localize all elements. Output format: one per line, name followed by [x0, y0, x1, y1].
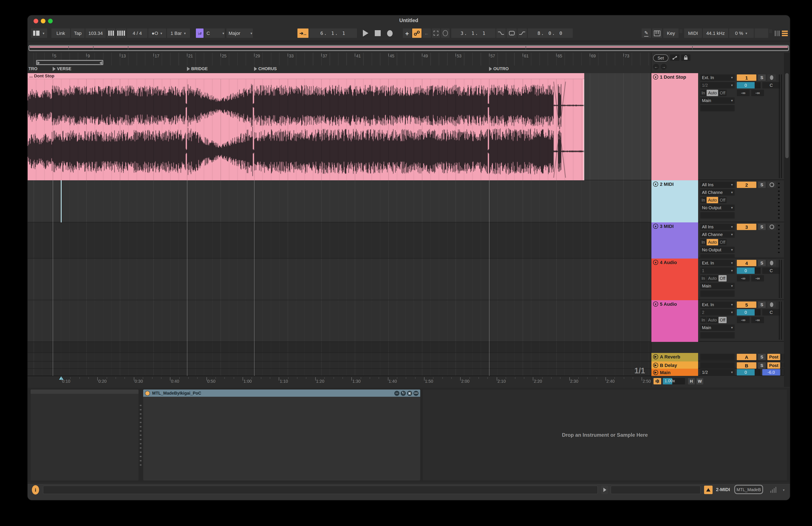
- solo-button[interactable]: S: [758, 362, 766, 369]
- panel-separator[interactable]: [140, 405, 142, 469]
- device-panel[interactable]: MTL_MadeByIkigai_PoC ⎓ ↻ ▣ •••: [143, 389, 420, 481]
- track-header-2[interactable]: ▼2 MIDIAll Ins▼All Channe▼InAutoOffNo Ou…: [651, 180, 784, 223]
- send-b-field[interactable]: -∞: [751, 317, 764, 323]
- tap-tempo-button[interactable]: Tap: [71, 28, 85, 38]
- cpu-meter[interactable]: 0 %▼: [729, 28, 754, 38]
- arm-button[interactable]: [767, 182, 776, 188]
- track-name[interactable]: ▼5 Audio: [651, 300, 698, 342]
- locator-row[interactable]: TROVERSEBRIDGECHORUSOUTRO: [28, 66, 651, 74]
- lock-envelopes-button[interactable]: [681, 54, 691, 61]
- arm-button[interactable]: [767, 260, 776, 266]
- input-type-menu[interactable]: Ext. In▼: [700, 260, 735, 266]
- input-type-menu[interactable]: Ext. In▼: [700, 74, 735, 81]
- zoom-width-button[interactable]: W: [696, 378, 703, 384]
- main-gain-field[interactable]: -6.0: [762, 369, 780, 375]
- next-locator-button[interactable]: →: [661, 64, 667, 70]
- status-play-button[interactable]: [601, 486, 608, 494]
- info-view-toggle[interactable]: i: [32, 485, 39, 495]
- track-name[interactable]: ▶B Delay: [651, 361, 698, 369]
- monitor-in[interactable]: In: [700, 197, 707, 203]
- zoom-height-button[interactable]: H: [688, 378, 695, 384]
- post-toggle[interactable]: Post: [767, 362, 780, 369]
- monitor-auto[interactable]: Auto: [707, 275, 718, 282]
- locator-tro[interactable]: TRO: [28, 66, 38, 71]
- track-fold-button[interactable]: ▼: [653, 182, 658, 187]
- metronome-toggle[interactable]: ●O▼: [148, 28, 166, 38]
- clip-title[interactable]: ... Dont Stop: [28, 73, 584, 79]
- track-name[interactable]: ▼4 Audio: [651, 258, 698, 300]
- track-fold-button[interactable]: ▼: [653, 260, 658, 265]
- monitor-auto[interactable]: Auto: [707, 239, 718, 245]
- input-type-menu[interactable]: All Ins▼: [700, 224, 735, 230]
- pan-field[interactable]: C: [762, 309, 780, 315]
- set-locator-button[interactable]: Set: [653, 54, 668, 62]
- track-number[interactable]: 3: [737, 224, 756, 230]
- track-lane-3[interactable]: [28, 223, 651, 258]
- main-volume-field[interactable]: 0: [737, 369, 760, 375]
- audio-clip[interactable]: ... Dont Stop: [28, 73, 584, 180]
- return-delay-field[interactable]: [700, 354, 735, 360]
- solo-button[interactable]: S: [758, 354, 766, 360]
- record-button[interactable]: [385, 28, 395, 38]
- return-lane[interactable]: [28, 361, 651, 369]
- return-header-A[interactable]: ▶A ReverbASPost: [651, 353, 784, 361]
- track-fold-button[interactable]: ▼: [653, 224, 658, 229]
- time-ruler[interactable]: 0:100:200:300:400:501:001:101:201:301:40…: [28, 376, 651, 387]
- arrangement-area[interactable]: 5913172125293337414549535761656973 TROVE…: [28, 53, 651, 387]
- solo-button[interactable]: S: [758, 301, 766, 308]
- monitor-auto[interactable]: Auto: [707, 197, 718, 203]
- locator-bridge[interactable]: BRIDGE: [187, 66, 208, 71]
- track-header-4[interactable]: ▼4 AudioExt. In▼1▼InAutoOffMain▼4S0C-∞-∞: [651, 258, 784, 300]
- midi-map-button[interactable]: MIDI: [684, 28, 702, 38]
- track-number[interactable]: 5: [737, 301, 756, 308]
- send-a-field[interactable]: -∞: [737, 317, 750, 323]
- nudge-down-button[interactable]: [107, 28, 115, 38]
- return-lane[interactable]: [28, 369, 651, 376]
- monitor-off[interactable]: Off: [719, 275, 727, 282]
- send-b-field[interactable]: -∞: [751, 275, 764, 282]
- input-channel-menu[interactable]: All Channe▼: [700, 231, 735, 238]
- time-signature-field[interactable]: 4 / 4: [127, 28, 147, 38]
- locator-chorus[interactable]: CHORUS: [254, 66, 277, 71]
- solo-button[interactable]: S: [758, 260, 766, 266]
- arm-button[interactable]: [767, 301, 776, 308]
- locator-outro[interactable]: OUTRO: [489, 66, 509, 71]
- monitor-switch[interactable]: InAutoOff: [700, 317, 727, 323]
- device-plug-icon[interactable]: ⎓: [394, 390, 400, 396]
- playback-rate-field[interactable]: 1.00x: [663, 378, 685, 384]
- monitor-switch[interactable]: InAutoOff: [700, 90, 727, 96]
- track-lane-2[interactable]: [28, 180, 651, 223]
- monitor-in[interactable]: In: [700, 239, 707, 245]
- monitor-in[interactable]: In: [700, 275, 707, 282]
- output-type-menu[interactable]: No Output▼: [700, 204, 735, 211]
- track-fold-button[interactable]: ▼: [653, 74, 658, 80]
- track-delay-field[interactable]: [700, 332, 735, 339]
- track-lane-4[interactable]: [28, 258, 651, 300]
- track-number[interactable]: 4: [737, 260, 756, 266]
- monitor-off[interactable]: Off: [719, 197, 727, 203]
- input-channel-menu[interactable]: All Channe▼: [700, 189, 735, 196]
- arm-button[interactable]: [767, 74, 776, 81]
- pan-field[interactable]: C: [762, 82, 780, 88]
- cue-out-menu[interactable]: 1/2▼: [700, 369, 735, 375]
- track-fold-button[interactable]: ▶: [653, 370, 658, 375]
- loop-start-display[interactable]: 3. 1. 1: [451, 28, 495, 38]
- track-number[interactable]: 2: [737, 182, 756, 188]
- track-name[interactable]: ▼1 Dont Stop: [651, 73, 698, 180]
- track-name[interactable]: ▶A Reverb: [651, 353, 698, 361]
- track-name[interactable]: ▶Main: [651, 369, 698, 376]
- arrangement-view-toggle[interactable]: [781, 28, 788, 38]
- return-letter[interactable]: A: [737, 354, 756, 360]
- input-channel-menu[interactable]: 1▼: [700, 268, 735, 274]
- return-lane[interactable]: [28, 353, 651, 361]
- reenable-automation-button[interactable]: ←: [422, 28, 431, 38]
- capture-midi-button[interactable]: [432, 28, 440, 38]
- output-type-menu[interactable]: Main▼: [700, 325, 735, 331]
- send-a-field[interactable]: -∞: [737, 90, 750, 96]
- input-channel-menu[interactable]: 2▼: [700, 309, 735, 315]
- pan-field[interactable]: C: [762, 268, 780, 274]
- spacer-lane[interactable]: [28, 342, 651, 353]
- monitor-off[interactable]: Off: [719, 317, 727, 323]
- arrangement-overview[interactable]: [28, 45, 789, 51]
- monitor-switch[interactable]: InAutoOff: [700, 197, 727, 203]
